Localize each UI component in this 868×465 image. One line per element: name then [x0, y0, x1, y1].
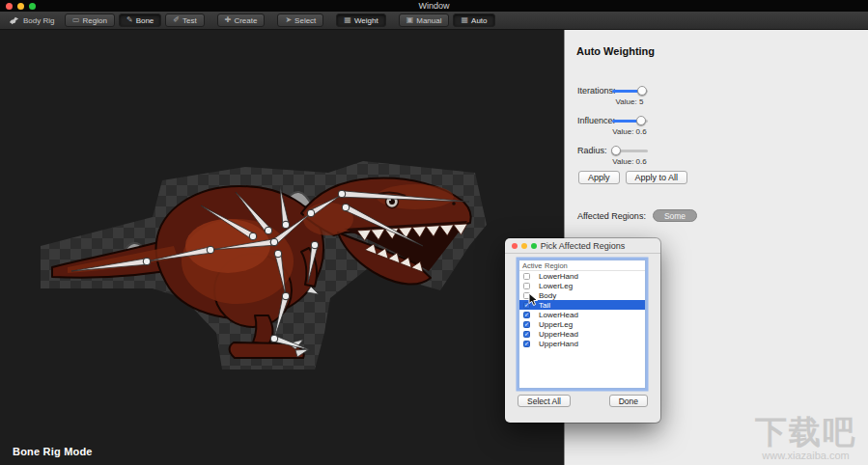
- affected-regions-some-button[interactable]: Some: [653, 209, 697, 222]
- body-rig-dino-icon: [9, 15, 19, 26]
- slider-label: Radius:: [577, 146, 607, 155]
- apply-to-all-button[interactable]: Apply to All: [626, 171, 688, 184]
- region-checkbox[interactable]: [523, 273, 530, 280]
- slider-track[interactable]: [612, 120, 648, 123]
- bone-joint[interactable]: [270, 335, 278, 342]
- slider-label: Influence:: [577, 116, 615, 125]
- cursor-icon: ➤: [285, 16, 292, 24]
- minimize-button[interactable]: [17, 3, 24, 10]
- toolbar-button-manual[interactable]: ▣Manual: [399, 14, 450, 27]
- zoom-button[interactable]: [29, 3, 36, 10]
- toolbar-button-label: Weight: [354, 16, 378, 25]
- slider-row-influence: Influence:Value: 0.6: [565, 114, 868, 144]
- bounding-box-icon: ▭: [72, 16, 80, 24]
- slider-track[interactable]: [612, 150, 648, 152]
- toolbar-button-auto[interactable]: ▦Auto: [453, 14, 494, 27]
- watermark-url: www.xiazaiba.com: [755, 450, 856, 461]
- region-checkbox[interactable]: ✓: [523, 341, 530, 347]
- slider-row-iterations: Iterations:Value: 5: [565, 84, 868, 114]
- region-row-lowerhand[interactable]: LowerHand: [519, 271, 645, 281]
- region-row-upperhand[interactable]: ✓UpperHand: [519, 339, 645, 348]
- slider-track[interactable]: [612, 90, 648, 93]
- watermark: 下载吧 www.xiazaiba.com: [755, 416, 856, 461]
- slider-label: Iterations:: [577, 86, 616, 96]
- pick-affected-regions-dialog: Pick Affected Regions Active Region Lowe…: [505, 238, 660, 423]
- region-name: LowerHand: [539, 272, 578, 281]
- editor-canvas[interactable]: Bone Rig Mode: [0, 30, 564, 465]
- region-row-lowerhead[interactable]: ✓LowerHead: [519, 310, 645, 319]
- dialog-minimize-button[interactable]: [521, 243, 527, 249]
- close-button[interactable]: [6, 3, 13, 10]
- panel-buttons: Apply Apply to All: [578, 171, 687, 184]
- region-name: LowerHead: [539, 311, 578, 319]
- region-name: Body: [539, 291, 556, 300]
- dialog-close-button[interactable]: [512, 243, 518, 249]
- region-row-upperleg[interactable]: ✓UpperLeg: [519, 319, 645, 329]
- toolbar-button-label: Auto: [471, 16, 487, 25]
- region-checkbox[interactable]: ✓: [523, 321, 530, 328]
- pen-icon: ✐: [173, 16, 180, 24]
- dinosaur-rig-art: [39, 153, 492, 377]
- bone-joint[interactable]: [311, 241, 319, 249]
- bone-joint[interactable]: [342, 204, 350, 211]
- toolbar-button-bone[interactable]: ✎Bone: [119, 14, 161, 27]
- done-button[interactable]: Done: [609, 395, 648, 407]
- dialog-titlebar: Pick Affected Regions: [505, 238, 660, 254]
- toolbar-button-label: Create: [234, 16, 257, 25]
- panel-title: Auto Weighting: [576, 45, 655, 57]
- nostril: [452, 202, 456, 205]
- bone-joint[interactable]: [143, 258, 151, 265]
- toolbar-button-label: Select: [294, 16, 316, 25]
- toolbar-button-label: Region: [83, 16, 107, 25]
- dialog-window-controls: [512, 243, 537, 249]
- column-header-active: Active: [522, 261, 543, 270]
- slider-thumb[interactable]: [611, 146, 621, 155]
- affected-regions-label: Affected Regions:: [577, 211, 646, 221]
- body-rig-label: Body Rig: [9, 15, 65, 26]
- region-name: UpperLeg: [539, 320, 573, 329]
- select-all-button[interactable]: Select All: [518, 395, 571, 407]
- auto-grid-icon: ▦: [461, 16, 468, 24]
- bone-joint[interactable]: [307, 209, 315, 217]
- slider-value: Value: 0.6: [598, 127, 661, 136]
- toolbar-buttons: ▭Region✎Bone✐Test✚Create➤Select▦Weight▣M…: [65, 14, 495, 27]
- bone-joint[interactable]: [249, 232, 257, 240]
- affected-regions-row: Affected Regions: Some: [577, 209, 697, 222]
- slider-thumb[interactable]: [636, 116, 646, 125]
- menu-item-window[interactable]: Window: [418, 1, 449, 11]
- bone-joint[interactable]: [270, 238, 278, 246]
- slider-rows: Iterations:Value: 5Influence:Value: 0.6R…: [565, 84, 868, 174]
- region-checkbox[interactable]: ✓: [523, 331, 530, 338]
- bone-joint[interactable]: [207, 246, 214, 254]
- region-table[interactable]: Active Region LowerHandLowerLegBody✓Tail…: [518, 260, 646, 389]
- region-row-upperhead[interactable]: ✓UpperHead: [519, 329, 645, 339]
- toolbar-button-test[interactable]: ✐Test: [165, 14, 204, 27]
- region-name: LowerLeg: [539, 282, 573, 290]
- toolbar-button-weight[interactable]: ▦Weight: [336, 14, 385, 27]
- bone-joint[interactable]: [265, 227, 272, 234]
- body-rig-label-text: Body Rig: [23, 16, 54, 25]
- pencil-icon: ✎: [126, 16, 133, 24]
- region-row-lowerleg[interactable]: LowerLeg: [519, 281, 645, 290]
- region-name: UpperHand: [539, 340, 578, 348]
- slider-value: Value: 0.6: [598, 157, 661, 166]
- bone-joint[interactable]: [274, 250, 282, 258]
- region-checkbox[interactable]: ✓: [523, 312, 530, 318]
- apply-button[interactable]: Apply: [578, 171, 620, 184]
- bone-joint[interactable]: [282, 292, 290, 300]
- bone-joint[interactable]: [282, 221, 290, 229]
- slider-thumb[interactable]: [637, 86, 647, 96]
- weight-grid-icon: ▦: [344, 16, 351, 24]
- toolbar: Body Rig ▭Region✎Bone✐Test✚Create➤Select…: [0, 12, 868, 30]
- dialog-buttons: Select All Done: [505, 395, 660, 407]
- toolbar-button-create[interactable]: ✚Create: [217, 14, 266, 27]
- region-checkbox[interactable]: [523, 283, 530, 289]
- toolbar-button-label: Manual: [416, 16, 441, 25]
- bone-joint[interactable]: [338, 190, 346, 198]
- toolbar-button-region[interactable]: ▭Region: [65, 14, 115, 27]
- toolbar-button-select[interactable]: ➤Select: [277, 14, 323, 27]
- region-name: Tail: [539, 301, 550, 310]
- watermark-title: 下载吧: [755, 416, 856, 450]
- slider-row-radius: Radius:Value: 0.6: [565, 144, 868, 174]
- dialog-zoom-button[interactable]: [531, 243, 537, 249]
